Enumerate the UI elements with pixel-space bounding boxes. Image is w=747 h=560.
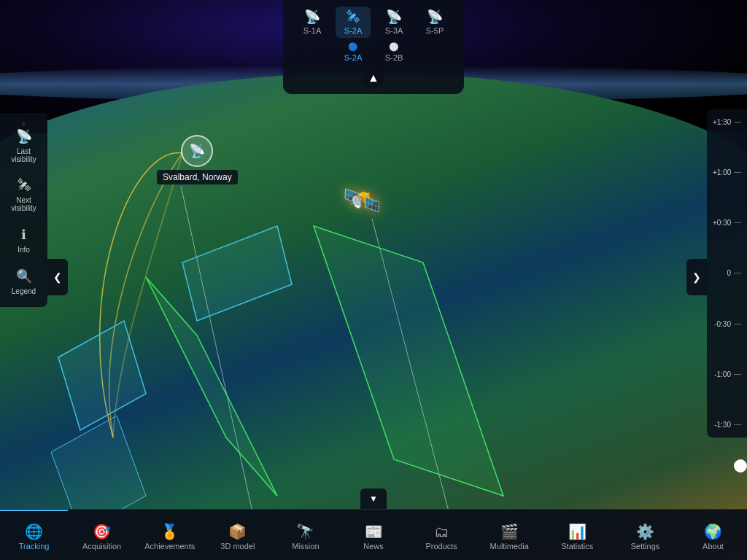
ruler-label-minus100: -1:00 xyxy=(714,370,731,378)
multimedia-nav-label: Multimedia xyxy=(490,542,529,551)
legend-label: Legend xyxy=(12,287,36,295)
ruler-line-minus100 xyxy=(734,374,741,375)
last-visibility-label: Last visibility xyxy=(7,147,41,163)
ruler-tick-plus130: +1:30 xyxy=(713,118,741,126)
nav-item-about[interactable]: 🌍About xyxy=(679,510,747,560)
ruler-tick-minus030: -0:30 xyxy=(713,320,741,328)
satellite-row-2: 🔵 S-2A ⚪ S-2B xyxy=(336,41,411,63)
settings-nav-icon: ⚙️ xyxy=(636,524,654,539)
tracking-nav-icon: 🌐 xyxy=(25,524,43,539)
ruler-label-plus130: +1:30 xyxy=(713,118,731,126)
nav-item-achievements[interactable]: 🏅Achievements xyxy=(136,510,204,560)
sidebar-item-last-visibility[interactable]: 📡 Last visibility xyxy=(4,122,44,169)
s2b-small-dot: ⚪ xyxy=(389,42,399,52)
nav-item-3d-model[interactable]: 📦3D model xyxy=(204,510,271,560)
left-expand-icon: ❮ xyxy=(53,271,62,283)
satellite-row-1: 📡 S-1A 🛰 S-2A 📡 S-3A 📡 S-5P xyxy=(295,6,452,38)
timeline-slider[interactable] xyxy=(734,459,747,472)
bottom-expand-button[interactable]: ▼ xyxy=(360,489,387,509)
bottom-expand-icon: ▼ xyxy=(369,494,378,504)
ruler-label-minus130: -1:30 xyxy=(714,421,731,429)
nav-item-multimedia[interactable]: 🎬Multimedia xyxy=(476,510,543,560)
s2a-label: S-2A xyxy=(344,26,362,35)
statistics-nav-icon: 📊 xyxy=(568,524,587,539)
mission-nav-label: Mission xyxy=(292,542,319,551)
sidebar-item-next-visibility[interactable]: 🛰 Next visibility xyxy=(4,172,44,218)
news-nav-label: News xyxy=(363,542,384,551)
collapse-sat-button[interactable]: ▲ xyxy=(363,68,384,88)
nav-item-statistics[interactable]: 📊Statistics xyxy=(543,510,611,560)
ruler-line-minus030 xyxy=(734,324,741,324)
sidebar-item-legend[interactable]: 🔍 Legend xyxy=(4,262,44,301)
legend-icon: 🔍 xyxy=(16,268,32,284)
ruler-line-plus100 xyxy=(734,172,741,173)
ruler-label-zero: 0 xyxy=(727,269,731,277)
acquisition-nav-icon: 🎯 xyxy=(93,524,111,539)
satellite-selector: 📡 S-1A 🛰 S-2A 📡 S-3A 📡 S-5P 🔵 S-2A ⚪ S-2… xyxy=(283,0,464,94)
ruler-line-plus030 xyxy=(734,222,741,223)
nav-item-settings[interactable]: ⚙️Settings xyxy=(611,510,679,560)
ruler-tick-zero: 0 xyxy=(713,269,741,277)
left-sidebar: 📡 Last visibility 🛰 Next visibility ℹ In… xyxy=(0,117,47,307)
about-nav-icon: 🌍 xyxy=(704,524,722,539)
ruler-tick-minus130: -1:30 xyxy=(713,421,741,429)
sat-btn-s2a[interactable]: 🛰 S-2A xyxy=(336,7,371,38)
news-nav-icon: 📰 xyxy=(365,524,383,539)
products-nav-label: Products xyxy=(425,542,457,551)
info-icon: ℹ xyxy=(21,227,26,243)
bottom-navigation: 🌐Tracking🎯Acquisition🏅Achievements📦3D mo… xyxy=(0,509,747,560)
tracking-nav-label: Tracking xyxy=(19,542,50,551)
s2a-icon: 🛰 xyxy=(347,9,360,25)
settings-nav-label: Settings xyxy=(631,542,660,551)
ruler-line-plus130 xyxy=(734,122,741,122)
ruler-label-plus030: +0:30 xyxy=(713,219,731,227)
mission-nav-icon: 🔭 xyxy=(296,524,314,539)
s2a-small-dot: 🔵 xyxy=(348,42,358,52)
acquisition-nav-label: Acquisition xyxy=(82,542,121,551)
collapse-icon: ▲ xyxy=(368,71,379,85)
sat-btn-s3a[interactable]: 📡 S-3A xyxy=(376,6,411,38)
sidebar-item-info[interactable]: ℹ Info xyxy=(4,221,44,260)
s2a-small-label: S-2A xyxy=(344,53,362,62)
nav-item-products[interactable]: 🗂Products xyxy=(408,510,476,560)
s2b-small-label: S-2B xyxy=(385,53,403,62)
right-expand-button[interactable]: ❯ xyxy=(686,259,707,295)
ruler-line-minus130 xyxy=(734,424,741,425)
s3a-icon: 📡 xyxy=(386,9,402,25)
next-visibility-icon: 🛰 xyxy=(18,178,31,193)
achievements-nav-label: Achievements xyxy=(144,542,195,551)
ruler-tick-plus030: +0:30 xyxy=(713,219,741,227)
right-expand-icon: ❯ xyxy=(692,271,701,283)
s1a-icon: 📡 xyxy=(304,9,320,25)
info-label: Info xyxy=(18,246,30,254)
ruler-label-minus030: -0:30 xyxy=(714,320,731,328)
achievements-nav-icon: 🏅 xyxy=(160,524,179,539)
ruler-tick-minus100: -1:00 xyxy=(713,370,741,378)
ruler-line-zero xyxy=(734,273,741,273)
s5p-label: S-5P xyxy=(426,26,444,35)
nav-item-mission[interactable]: 🔭Mission xyxy=(271,510,339,560)
ruler-tick-plus100: +1:00 xyxy=(713,168,741,176)
nav-item-tracking[interactable]: 🌐Tracking xyxy=(0,510,68,560)
sat-btn-s2a-small[interactable]: 🔵 S-2A xyxy=(336,41,371,63)
products-nav-icon: 🗂 xyxy=(434,524,449,539)
nav-item-acquisition[interactable]: 🎯Acquisition xyxy=(68,510,136,560)
3d-model-nav-label: 3D model xyxy=(220,542,255,551)
next-visibility-label: Next visibility xyxy=(7,196,41,212)
s3a-label: S-3A xyxy=(385,26,403,35)
sat-btn-s2b-small[interactable]: ⚪ S-2B xyxy=(376,41,411,63)
s5p-icon: 📡 xyxy=(427,9,443,25)
sat-btn-s1a[interactable]: 📡 S-1A xyxy=(295,6,330,38)
sat-btn-s5p[interactable]: 📡 S-5P xyxy=(417,6,452,38)
s1a-label: S-1A xyxy=(303,26,321,35)
statistics-nav-label: Statistics xyxy=(561,542,593,551)
time-ruler: +1:30 +1:00 +0:30 0 -0:30 -1:00 -1:30 xyxy=(707,109,747,438)
nav-item-news[interactable]: 📰News xyxy=(339,510,407,560)
3d-model-nav-icon: 📦 xyxy=(228,524,247,539)
last-visibility-icon: 📡 xyxy=(16,128,32,144)
earth-surface xyxy=(0,73,747,560)
multimedia-nav-icon: 🎬 xyxy=(500,524,519,539)
ruler-label-plus100: +1:00 xyxy=(713,168,731,176)
about-nav-label: About xyxy=(703,542,724,551)
left-expand-button[interactable]: ❮ xyxy=(47,259,68,295)
